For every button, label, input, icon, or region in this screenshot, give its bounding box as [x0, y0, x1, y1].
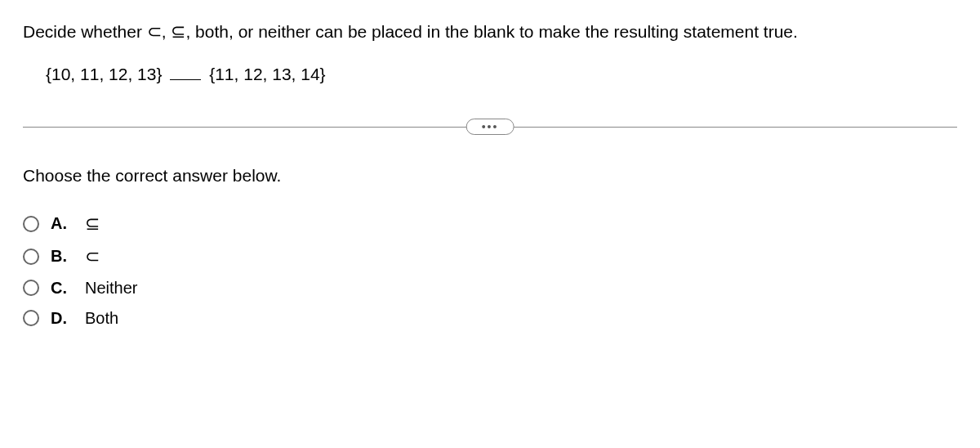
- option-b[interactable]: B. ⊂: [23, 246, 957, 267]
- radio-a[interactable]: [23, 216, 39, 232]
- set-expression: {10, 11, 12, 13} {11, 12, 13, 14}: [46, 65, 957, 84]
- option-a-label: A.: [51, 214, 74, 233]
- option-c-text: Neither: [85, 279, 137, 298]
- option-a[interactable]: A. ⊆: [23, 213, 957, 235]
- instruction-text: Choose the correct answer below.: [23, 166, 957, 186]
- left-set: {10, 11, 12, 13}: [46, 65, 162, 83]
- radio-c[interactable]: [23, 280, 39, 296]
- subset-eq-symbol: ⊆: [171, 21, 185, 42]
- option-c[interactable]: C. Neither: [23, 279, 957, 298]
- proper-subset-symbol: ⊂: [147, 21, 162, 42]
- blank-slot: [170, 79, 201, 80]
- question-part-before: Decide whether: [23, 22, 147, 41]
- ellipsis-icon: •••: [482, 120, 499, 133]
- expand-button[interactable]: •••: [466, 119, 514, 135]
- option-d[interactable]: D. Both: [23, 309, 957, 328]
- option-b-label: B.: [51, 247, 74, 266]
- option-d-text: Both: [85, 309, 118, 328]
- option-b-text: ⊂: [85, 246, 100, 267]
- right-set: {11, 12, 13, 14}: [209, 65, 325, 83]
- option-c-label: C.: [51, 279, 74, 298]
- radio-d[interactable]: [23, 310, 39, 326]
- options-group: A. ⊆ B. ⊂ C. Neither D. Both: [23, 213, 957, 328]
- question-part-after: , both, or neither can be placed in the …: [185, 22, 797, 41]
- question-sep1: ,: [162, 22, 172, 41]
- question-text: Decide whether ⊂, ⊆, both, or neither ca…: [23, 20, 957, 45]
- option-a-text: ⊆: [85, 213, 100, 235]
- radio-b[interactable]: [23, 249, 39, 265]
- option-d-label: D.: [51, 309, 74, 328]
- divider: •••: [23, 117, 957, 137]
